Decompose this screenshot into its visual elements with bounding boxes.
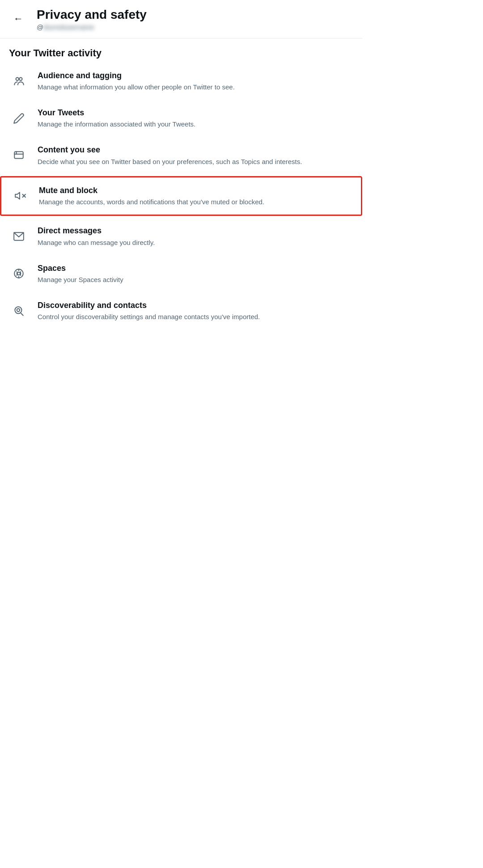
mute-svg xyxy=(14,190,26,202)
list-item: Direct messages Manage who can message y… xyxy=(0,218,362,255)
tweets-title: Your Tweets xyxy=(38,108,353,118)
dm-content: Direct messages Manage who can message y… xyxy=(38,226,353,247)
settings-menu: Audience and tagging Manage what informa… xyxy=(0,63,362,330)
list-item: Discoverability and contacts Control you… xyxy=(0,292,362,329)
content-see-content: Content you see Decide what you see on T… xyxy=(38,145,353,166)
discoverability-desc: Control your discoverability settings an… xyxy=(38,312,353,321)
svg-line-13 xyxy=(21,313,23,316)
content-svg xyxy=(13,150,25,161)
direct-messages-item[interactable]: Direct messages Manage who can message y… xyxy=(0,218,362,255)
username-value: blurredusername xyxy=(43,23,94,31)
discoverability-item[interactable]: Discoverability and contacts Control you… xyxy=(0,292,362,329)
dm-desc: Manage who can message you directly. xyxy=(38,238,353,247)
list-item: Mute and block Manage the accounts, word… xyxy=(0,176,362,216)
tweets-svg xyxy=(13,113,25,124)
dm-icon xyxy=(9,227,29,246)
list-item: Audience and tagging Manage what informa… xyxy=(0,63,362,100)
content-see-item[interactable]: Content you see Decide what you see on T… xyxy=(0,137,362,174)
header-text: Privacy and safety @blurredusername xyxy=(37,7,147,31)
svg-point-9 xyxy=(17,272,21,275)
content-see-title: Content you see xyxy=(38,145,353,155)
audience-svg xyxy=(13,75,25,87)
mute-block-content: Mute and block Manage the accounts, word… xyxy=(39,185,352,206)
audience-title: Audience and tagging xyxy=(38,71,353,81)
tweets-icon xyxy=(9,109,29,128)
discoverability-content: Discoverability and contacts Control you… xyxy=(38,300,353,321)
content-icon xyxy=(9,146,29,165)
header: ← Privacy and safety @blurredusername xyxy=(0,0,362,38)
audience-tagging-item[interactable]: Audience and tagging Manage what informa… xyxy=(0,63,362,100)
discoverability-icon xyxy=(9,301,29,321)
audience-desc: Manage what information you allow other … xyxy=(38,82,353,92)
discoverability-title: Discoverability and contacts xyxy=(38,300,353,311)
spaces-desc: Manage your Spaces activity xyxy=(38,275,353,284)
spaces-item[interactable]: Spaces Manage your Spaces activity xyxy=(0,255,362,292)
username-display: @blurredusername xyxy=(37,23,147,31)
mute-block-title: Mute and block xyxy=(39,185,352,196)
dm-title: Direct messages xyxy=(38,226,353,236)
discoverability-svg xyxy=(13,305,25,317)
dm-svg xyxy=(13,231,25,242)
list-item: Your Tweets Manage the information assoc… xyxy=(0,100,362,137)
spaces-content: Spaces Manage your Spaces activity xyxy=(38,263,353,284)
tweets-content: Your Tweets Manage the information assoc… xyxy=(38,108,353,129)
audience-icon xyxy=(9,71,29,91)
back-arrow-icon: ← xyxy=(13,13,23,25)
back-button[interactable]: ← xyxy=(9,9,28,28)
page-title: Privacy and safety xyxy=(37,7,147,22)
section-title: Your Twitter activity xyxy=(0,38,362,63)
mute-block-item[interactable]: Mute and block Manage the accounts, word… xyxy=(0,176,362,216)
spaces-svg xyxy=(13,268,25,279)
audience-content: Audience and tagging Manage what informa… xyxy=(38,71,353,92)
spaces-title: Spaces xyxy=(38,263,353,274)
mute-block-desc: Manage the accounts, words and notificat… xyxy=(39,197,352,206)
spaces-icon xyxy=(9,264,29,283)
svg-point-12 xyxy=(15,307,21,313)
content-see-desc: Decide what you see on Twitter based on … xyxy=(38,157,353,166)
svg-point-0 xyxy=(16,78,19,81)
your-tweets-item[interactable]: Your Tweets Manage the information assoc… xyxy=(0,100,362,137)
svg-point-1 xyxy=(19,78,22,81)
list-item: Spaces Manage your Spaces activity xyxy=(0,255,362,292)
list-item: Content you see Decide what you see on T… xyxy=(0,137,362,174)
tweets-desc: Manage the information associated with y… xyxy=(38,119,353,129)
svg-point-14 xyxy=(17,308,20,312)
mute-icon xyxy=(10,186,30,206)
svg-rect-2 xyxy=(14,152,23,158)
